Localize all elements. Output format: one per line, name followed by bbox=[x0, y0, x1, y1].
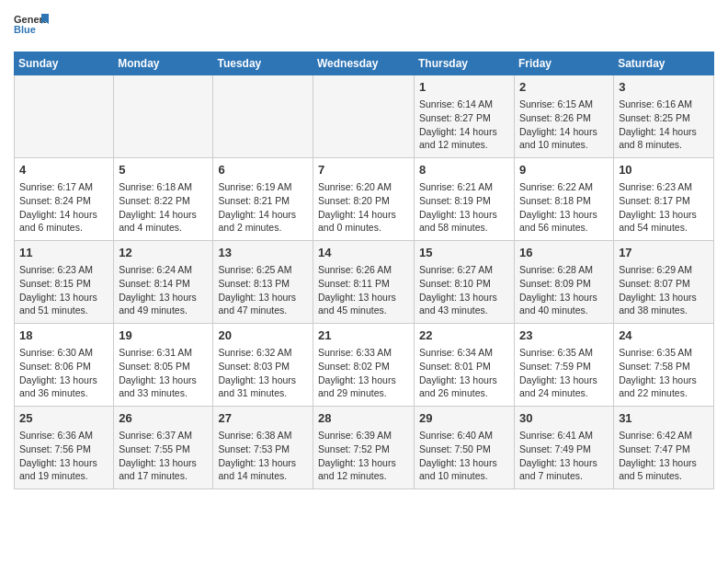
day-number: 23 bbox=[519, 327, 609, 344]
weekday-header-row: SundayMondayTuesdayWednesdayThursdayFrid… bbox=[15, 52, 714, 75]
day-info: Sunrise: 6:42 AM Sunset: 7:47 PM Dayligh… bbox=[619, 429, 709, 483]
day-number: 29 bbox=[419, 410, 509, 427]
day-number: 15 bbox=[419, 245, 509, 261]
calendar-day-9: 9Sunrise: 6:22 AM Sunset: 8:18 PM Daylig… bbox=[515, 158, 614, 241]
calendar-day-empty bbox=[15, 75, 114, 158]
calendar-day-21: 21Sunrise: 6:33 AM Sunset: 8:02 PM Dayli… bbox=[313, 324, 415, 407]
day-number: 2 bbox=[519, 79, 609, 96]
calendar-day-13: 13Sunrise: 6:25 AM Sunset: 8:13 PM Dayli… bbox=[213, 241, 313, 324]
calendar-day-25: 25Sunrise: 6:36 AM Sunset: 7:56 PM Dayli… bbox=[15, 407, 114, 489]
calendar-day-12: 12Sunrise: 6:24 AM Sunset: 8:14 PM Dayli… bbox=[114, 241, 213, 324]
logo: GeneralBlue bbox=[14, 9, 49, 44]
day-info: Sunrise: 6:33 AM Sunset: 8:02 PM Dayligh… bbox=[318, 346, 409, 400]
day-number: 12 bbox=[119, 245, 208, 261]
day-info: Sunrise: 6:23 AM Sunset: 8:17 PM Dayligh… bbox=[619, 180, 709, 235]
calendar-day-26: 26Sunrise: 6:37 AM Sunset: 7:55 PM Dayli… bbox=[114, 407, 213, 489]
day-info: Sunrise: 6:41 AM Sunset: 7:49 PM Dayligh… bbox=[519, 429, 609, 483]
calendar-day-18: 18Sunrise: 6:30 AM Sunset: 8:06 PM Dayli… bbox=[15, 324, 114, 407]
day-info: Sunrise: 6:29 AM Sunset: 8:07 PM Dayligh… bbox=[619, 263, 709, 317]
day-info: Sunrise: 6:36 AM Sunset: 7:56 PM Dayligh… bbox=[19, 429, 108, 483]
day-number: 20 bbox=[218, 327, 308, 344]
day-info: Sunrise: 6:30 AM Sunset: 8:06 PM Dayligh… bbox=[19, 346, 108, 400]
weekday-saturday: Saturday bbox=[614, 52, 714, 75]
day-info: Sunrise: 6:37 AM Sunset: 7:55 PM Dayligh… bbox=[119, 429, 208, 483]
calendar-week-5: 25Sunrise: 6:36 AM Sunset: 7:56 PM Dayli… bbox=[15, 407, 714, 489]
calendar-day-30: 30Sunrise: 6:41 AM Sunset: 7:49 PM Dayli… bbox=[515, 407, 614, 489]
calendar-day-empty bbox=[213, 75, 313, 158]
calendar-day-31: 31Sunrise: 6:42 AM Sunset: 7:47 PM Dayli… bbox=[614, 407, 714, 489]
calendar-day-27: 27Sunrise: 6:38 AM Sunset: 7:53 PM Dayli… bbox=[213, 407, 313, 489]
calendar-day-16: 16Sunrise: 6:28 AM Sunset: 8:09 PM Dayli… bbox=[515, 241, 614, 324]
day-info: Sunrise: 6:24 AM Sunset: 8:14 PM Dayligh… bbox=[119, 263, 208, 317]
day-number: 11 bbox=[19, 245, 108, 261]
day-number: 5 bbox=[119, 162, 208, 178]
day-info: Sunrise: 6:32 AM Sunset: 8:03 PM Dayligh… bbox=[218, 346, 308, 400]
day-number: 14 bbox=[318, 245, 409, 261]
day-info: Sunrise: 6:40 AM Sunset: 7:50 PM Dayligh… bbox=[419, 429, 509, 483]
day-number: 3 bbox=[619, 79, 709, 96]
calendar-day-19: 19Sunrise: 6:31 AM Sunset: 8:05 PM Dayli… bbox=[114, 324, 213, 407]
calendar-day-20: 20Sunrise: 6:32 AM Sunset: 8:03 PM Dayli… bbox=[213, 324, 313, 407]
day-number: 19 bbox=[119, 327, 208, 344]
day-number: 22 bbox=[419, 327, 509, 344]
day-info: Sunrise: 6:27 AM Sunset: 8:10 PM Dayligh… bbox=[419, 263, 509, 317]
day-info: Sunrise: 6:15 AM Sunset: 8:26 PM Dayligh… bbox=[519, 98, 609, 152]
calendar-day-17: 17Sunrise: 6:29 AM Sunset: 8:07 PM Dayli… bbox=[614, 241, 714, 324]
day-info: Sunrise: 6:26 AM Sunset: 8:11 PM Dayligh… bbox=[318, 263, 409, 317]
day-info: Sunrise: 6:28 AM Sunset: 8:09 PM Dayligh… bbox=[519, 263, 609, 317]
day-number: 27 bbox=[218, 410, 308, 427]
calendar-day-1: 1Sunrise: 6:14 AM Sunset: 8:27 PM Daylig… bbox=[415, 75, 515, 158]
weekday-tuesday: Tuesday bbox=[213, 52, 313, 75]
calendar-day-8: 8Sunrise: 6:21 AM Sunset: 8:19 PM Daylig… bbox=[415, 158, 515, 241]
calendar-day-5: 5Sunrise: 6:18 AM Sunset: 8:22 PM Daylig… bbox=[114, 158, 213, 241]
calendar-day-empty bbox=[114, 75, 213, 158]
day-number: 21 bbox=[318, 327, 409, 344]
day-info: Sunrise: 6:19 AM Sunset: 8:21 PM Dayligh… bbox=[218, 180, 308, 235]
day-info: Sunrise: 6:23 AM Sunset: 8:15 PM Dayligh… bbox=[19, 263, 108, 317]
calendar-day-2: 2Sunrise: 6:15 AM Sunset: 8:26 PM Daylig… bbox=[515, 75, 614, 158]
calendar-week-4: 18Sunrise: 6:30 AM Sunset: 8:06 PM Dayli… bbox=[15, 324, 714, 407]
calendar-day-7: 7Sunrise: 6:20 AM Sunset: 8:20 PM Daylig… bbox=[313, 158, 415, 241]
day-number: 7 bbox=[318, 162, 409, 178]
day-number: 13 bbox=[218, 245, 308, 261]
weekday-wednesday: Wednesday bbox=[313, 52, 415, 75]
day-info: Sunrise: 6:16 AM Sunset: 8:25 PM Dayligh… bbox=[619, 98, 709, 152]
weekday-thursday: Thursday bbox=[415, 52, 515, 75]
weekday-monday: Monday bbox=[114, 52, 213, 75]
day-number: 24 bbox=[619, 327, 709, 344]
calendar-day-empty bbox=[313, 75, 415, 158]
calendar-day-10: 10Sunrise: 6:23 AM Sunset: 8:17 PM Dayli… bbox=[614, 158, 714, 241]
day-number: 9 bbox=[519, 162, 609, 178]
day-info: Sunrise: 6:17 AM Sunset: 8:24 PM Dayligh… bbox=[19, 180, 108, 235]
calendar-day-29: 29Sunrise: 6:40 AM Sunset: 7:50 PM Dayli… bbox=[415, 407, 515, 489]
calendar-day-3: 3Sunrise: 6:16 AM Sunset: 8:25 PM Daylig… bbox=[614, 75, 714, 158]
day-info: Sunrise: 6:34 AM Sunset: 8:01 PM Dayligh… bbox=[419, 346, 509, 400]
calendar-week-2: 4Sunrise: 6:17 AM Sunset: 8:24 PM Daylig… bbox=[15, 158, 714, 241]
day-number: 28 bbox=[318, 410, 409, 427]
calendar-day-14: 14Sunrise: 6:26 AM Sunset: 8:11 PM Dayli… bbox=[313, 241, 415, 324]
svg-text:Blue: Blue bbox=[14, 24, 36, 35]
day-number: 16 bbox=[519, 245, 609, 261]
page-header: GeneralBlue bbox=[14, 9, 714, 44]
weekday-sunday: Sunday bbox=[15, 52, 114, 75]
day-info: Sunrise: 6:35 AM Sunset: 7:58 PM Dayligh… bbox=[619, 346, 709, 400]
calendar-day-11: 11Sunrise: 6:23 AM Sunset: 8:15 PM Dayli… bbox=[15, 241, 114, 324]
day-number: 17 bbox=[619, 245, 709, 261]
day-info: Sunrise: 6:31 AM Sunset: 8:05 PM Dayligh… bbox=[119, 346, 208, 400]
day-number: 6 bbox=[218, 162, 308, 178]
logo-icon: GeneralBlue bbox=[14, 9, 49, 44]
day-number: 8 bbox=[419, 162, 509, 178]
calendar-table: SundayMondayTuesdayWednesdayThursdayFrid… bbox=[14, 52, 714, 489]
calendar-week-3: 11Sunrise: 6:23 AM Sunset: 8:15 PM Dayli… bbox=[15, 241, 714, 324]
calendar-day-24: 24Sunrise: 6:35 AM Sunset: 7:58 PM Dayli… bbox=[614, 324, 714, 407]
day-info: Sunrise: 6:35 AM Sunset: 7:59 PM Dayligh… bbox=[519, 346, 609, 400]
day-number: 31 bbox=[619, 410, 709, 427]
day-info: Sunrise: 6:21 AM Sunset: 8:19 PM Dayligh… bbox=[419, 180, 509, 235]
day-info: Sunrise: 6:39 AM Sunset: 7:52 PM Dayligh… bbox=[318, 429, 409, 483]
day-number: 10 bbox=[619, 162, 709, 178]
calendar-week-1: 1Sunrise: 6:14 AM Sunset: 8:27 PM Daylig… bbox=[15, 75, 714, 158]
calendar-day-28: 28Sunrise: 6:39 AM Sunset: 7:52 PM Dayli… bbox=[313, 407, 415, 489]
calendar-day-22: 22Sunrise: 6:34 AM Sunset: 8:01 PM Dayli… bbox=[415, 324, 515, 407]
day-info: Sunrise: 6:25 AM Sunset: 8:13 PM Dayligh… bbox=[218, 263, 308, 317]
calendar-day-6: 6Sunrise: 6:19 AM Sunset: 8:21 PM Daylig… bbox=[213, 158, 313, 241]
